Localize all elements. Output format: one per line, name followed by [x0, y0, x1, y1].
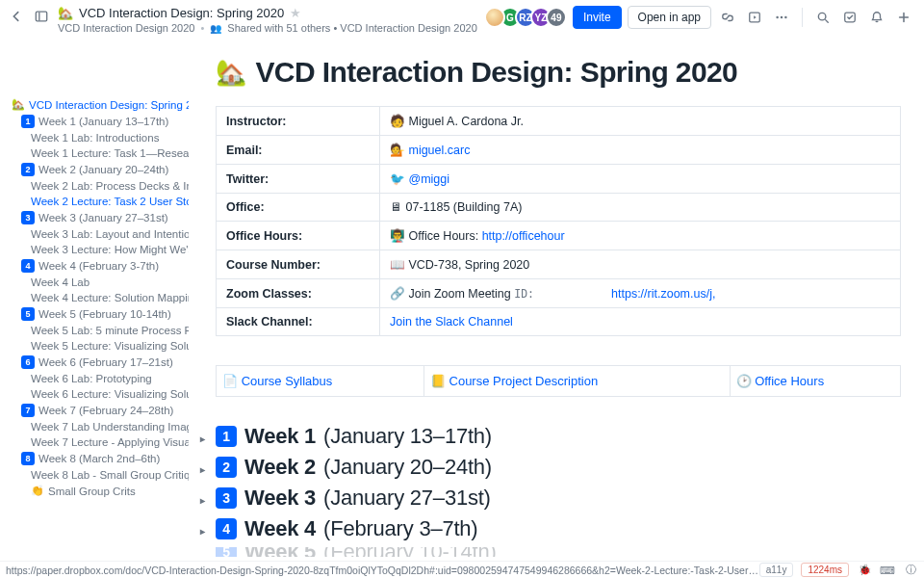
doc-title[interactable]: VCD Interaction Design: Spring 2020 — [79, 6, 284, 20]
sidebar-item[interactable]: Week 6 Lecture: Visualizing Solutions Pt… — [10, 386, 189, 402]
status-url: https://paper.dropbox.com/doc/VCD-Intera… — [6, 565, 759, 576]
topbar: 🏡 VCD Interaction Design: Spring 2020 ★ … — [0, 0, 924, 39]
sidebar-item-label: Week 5 Lecture: Visualizing Solutions — [31, 340, 189, 352]
sidebar-item[interactable]: 7Week 7 (February 24–28th) — [10, 402, 189, 419]
sidebar-item[interactable]: Week 5 Lecture: Visualizing Solutions — [10, 338, 189, 354]
add-icon[interactable] — [893, 7, 914, 28]
week-heading[interactable]: ▸3Week 3 (January 27–31st) — [216, 486, 901, 511]
sidebar-item-label: Week 5 Lab: 5 minute Process Presentati… — [31, 325, 189, 336]
week-number-icon: 5 — [21, 307, 35, 321]
week-heading[interactable]: ▸2Week 2 (January 20–24th) — [216, 455, 901, 480]
sidebar-item-label: Week 1 (January 13–17th) — [38, 116, 168, 127]
row-label: Instructor: — [217, 107, 380, 136]
week-title: Week 3 — [244, 486, 316, 511]
sidebar-item[interactable]: 6Week 6 (February 17–21st) — [10, 354, 189, 371]
twitter-link[interactable]: 🐦 @miggi — [390, 172, 449, 186]
sidebar-item[interactable]: 🏡VCD Interaction Design: Spring 2020 — [10, 96, 189, 113]
timing-chip[interactable]: 1224ms — [801, 563, 849, 577]
sidebar-item[interactable]: Week 6 Lab: Prototyping — [10, 371, 189, 386]
presence-avatars[interactable]: G RZ YZ 49 — [490, 7, 567, 28]
sidebar-toggle-icon[interactable] — [31, 6, 52, 27]
sidebar-item[interactable]: Week 3 Lecture: How Might We's / Com… — [10, 242, 189, 257]
sidebar-item-label: Week 3 Lecture: How Might We's / Com… — [31, 244, 189, 255]
week-heading[interactable]: ▸5Week 5 (February 10-14th) — [216, 547, 901, 557]
svg-point-4 — [781, 16, 783, 18]
tasks-icon[interactable] — [839, 7, 860, 28]
sidebar-item[interactable]: Week 1 Lab: Introductions — [10, 130, 189, 145]
keyboard-icon[interactable]: ⌨ — [880, 565, 895, 576]
sidebar-item[interactable]: Week 2 Lab: Process Decks & Introductio… — [10, 178, 189, 194]
sidebar-item-label: Week 6 Lab: Prototyping — [31, 373, 152, 384]
email-link[interactable]: 💁 miguel.carc — [390, 144, 470, 157]
syllabus-link[interactable]: 📄 Course Syllabus — [217, 366, 424, 397]
document-outline[interactable]: 🏡VCD Interaction Design: Spring 20201Wee… — [0, 39, 192, 561]
sidebar-item[interactable]: Week 2 Lecture: Task 2 User Storytelling — [10, 194, 189, 209]
bell-icon[interactable] — [866, 7, 887, 28]
sidebar-item[interactable]: 3Week 3 (January 27–31st) — [10, 209, 189, 226]
course-info-table: Instructor: 🧑 Miguel A. Cardona Jr. Emai… — [216, 106, 901, 336]
bug-icon[interactable]: 🐞 — [857, 564, 872, 576]
doc-emoji: 🏡 — [58, 6, 73, 20]
sidebar-item[interactable]: Week 7 Lecture - Applying Visual Designs — [10, 434, 189, 450]
sidebar-item[interactable]: 2Week 2 (January 20–24th) — [10, 161, 189, 178]
sidebar-item[interactable]: Week 7 Lab Understanding Images and … — [10, 419, 189, 434]
week-heading[interactable]: ▸1Week 1 (January 13–17th) — [216, 424, 901, 449]
sidebar-item-label: Week 7 Lab Understanding Images and … — [31, 421, 189, 433]
slack-link[interactable]: Join the Slack Channel — [390, 315, 513, 328]
svg-point-5 — [784, 16, 786, 18]
sidebar-item[interactable]: Week 1 Lecture: Task 1—Research & Disc… — [10, 145, 189, 161]
week-number-icon: 6 — [21, 355, 35, 369]
sidebar-item-label: Week 1 Lab: Introductions — [31, 132, 159, 144]
project-desc-link[interactable]: 📒 Course Project Description — [424, 366, 730, 397]
search-icon[interactable] — [812, 7, 834, 28]
link-icon[interactable] — [717, 7, 738, 28]
a11y-chip[interactable]: a11y — [759, 563, 794, 577]
help-icon[interactable]: ⓘ — [903, 564, 918, 577]
sidebar-item-label: Week 8 Lab - Small Group Critiques & Di… — [31, 469, 189, 481]
sidebar-item-label: Small Group Crits — [48, 486, 136, 497]
star-icon[interactable]: ★ — [290, 6, 301, 20]
week-heading[interactable]: ▸4Week 4 (February 3–7th) — [216, 516, 901, 541]
week-number-icon: 3 — [21, 211, 35, 224]
back-button[interactable] — [6, 6, 27, 27]
svg-rect-0 — [36, 12, 46, 21]
office-hours-link[interactable]: http://officehour — [482, 229, 565, 243]
week-number-badge: 3 — [216, 487, 237, 509]
week-number-badge: 1 — [216, 426, 237, 447]
invite-button[interactable]: Invite — [573, 6, 622, 29]
sidebar-item[interactable]: Week 4 Lab — [10, 275, 189, 290]
sidebar-item[interactable]: 5Week 5 (February 10-14th) — [10, 305, 189, 323]
sidebar-item-label: Week 2 Lab: Process Decks & Introductio… — [31, 180, 189, 192]
expand-triangle-icon[interactable]: ▸ — [200, 495, 205, 506]
document-body[interactable]: 🏡 VCD Interaction Design: Spring 2020 In… — [192, 39, 924, 561]
zoom-link[interactable]: https://rit.zoom.us/j, — [611, 287, 715, 301]
expand-triangle-icon[interactable]: ▸ — [200, 464, 205, 475]
open-in-app-button[interactable]: Open in app — [628, 6, 711, 29]
week-number-badge: 5 — [216, 547, 237, 557]
sidebar-item[interactable]: Week 3 Lab: Layout and Intentionality in… — [10, 226, 189, 242]
sidebar-item[interactable]: Week 8 Lab - Small Group Critiques & Di… — [10, 467, 189, 483]
sidebar-item[interactable]: 👏Small Group Crits — [10, 483, 189, 499]
avatar-overflow[interactable]: 49 — [546, 7, 567, 28]
present-icon[interactable] — [744, 7, 765, 28]
week-dates: (February 3–7th) — [323, 516, 477, 541]
sidebar-item[interactable]: Week 4 Lecture: Solution Mapping — [10, 290, 189, 305]
sidebar-item[interactable]: Week 5 Lab: 5 minute Process Presentati… — [10, 323, 189, 338]
office-hours-tab[interactable]: 🕑 Office Hours — [730, 366, 901, 397]
sidebar-item[interactable]: 8Week 8 (March 2nd–6th) — [10, 450, 189, 467]
page-title[interactable]: 🏡 VCD Interaction Design: Spring 2020 — [216, 52, 901, 106]
page-emoji: 🏡 — [216, 58, 245, 88]
avatar[interactable] — [484, 7, 505, 28]
expand-triangle-icon[interactable]: ▸ — [200, 526, 205, 537]
week-number-icon: 8 — [21, 452, 35, 465]
week-number-icon: 7 — [21, 404, 35, 417]
sidebar-item[interactable]: 4Week 4 (February 3-7th) — [10, 257, 189, 275]
crumb-shared[interactable]: Shared with 51 others • VCD Interaction … — [227, 22, 476, 34]
more-icon[interactable] — [771, 7, 792, 28]
expand-triangle-icon[interactable]: ▸ — [200, 434, 205, 444]
week-number-badge: 4 — [216, 518, 237, 539]
crumb-folder[interactable]: VCD Interaction Design 2020 — [58, 22, 194, 34]
sidebar-item-label: Week 6 Lecture: Visualizing Solutions Pt… — [31, 388, 189, 400]
sidebar-emoji-icon: 🏡 — [12, 98, 25, 111]
sidebar-item[interactable]: 1Week 1 (January 13–17th) — [10, 113, 189, 130]
